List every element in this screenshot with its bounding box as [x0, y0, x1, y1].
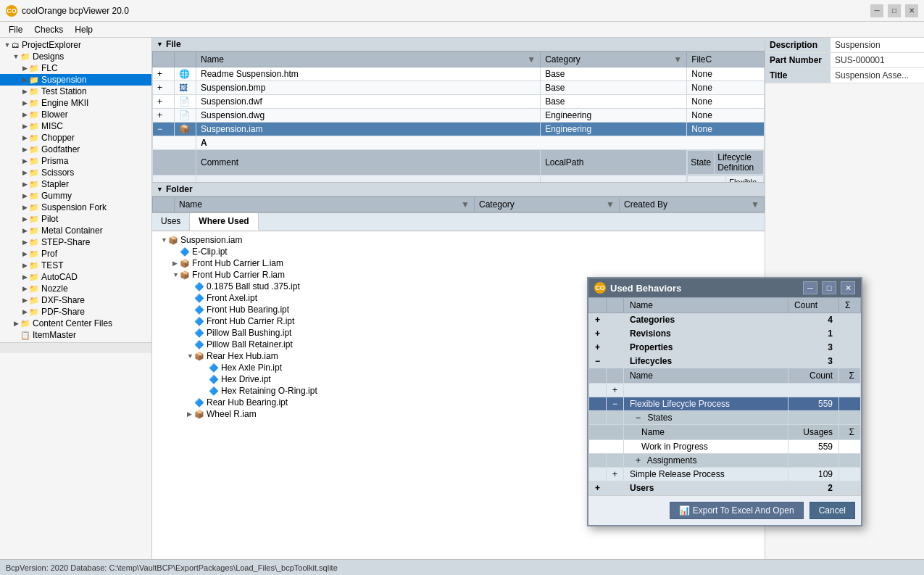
sidebar-item-suspension-fork[interactable]: ▶ 📁 Suspension Fork: [0, 202, 151, 213]
sidebar-item-pdf-share[interactable]: ▶ 📁 PDF-Share: [0, 306, 151, 318]
used-behaviors-dialog[interactable]: CO Used Behaviors ─ □ ✕ Name Count Σ: [587, 277, 862, 526]
maximize-button[interactable]: □: [888, 4, 901, 17]
modal-row-categories[interactable]: + Categories 4: [589, 313, 861, 327]
modal-minimize-button[interactable]: ─: [803, 281, 817, 294]
lc-expand-cell[interactable]: +: [607, 384, 624, 397]
suspension-toggle[interactable]: ▶: [20, 76, 29, 83]
expand-cell[interactable]: +: [589, 341, 607, 355]
folder-table: Name ▼ Category ▼ Created By ▼: [152, 197, 765, 212]
modal-row-lifecycles[interactable]: − Lifecycles 3: [589, 355, 861, 368]
sidebar-item-autocad[interactable]: ▶ 📁 AutoCAD: [0, 271, 151, 283]
sidebar-item-pilot[interactable]: ▶ 📁 Pilot: [0, 213, 151, 225]
file-col-filec[interactable]: FileC: [687, 52, 765, 67]
menu-file[interactable]: File: [3, 23, 28, 36]
blower-toggle[interactable]: ▶: [20, 111, 29, 118]
blower-label: Blower: [41, 109, 68, 120]
states-toggle[interactable]: −: [636, 413, 641, 423]
sidebar-item-test[interactable]: ▶ 📁 TEST: [0, 260, 151, 271]
modal-row-simple-release[interactable]: + Simple Release Process 109: [589, 468, 861, 481]
table-row[interactable]: + 🖼 Suspension.bmp Base None: [153, 81, 765, 95]
modal-row-revisions[interactable]: + Revisions 1: [589, 327, 861, 341]
sidebar-item-flc[interactable]: ▶ 📁 FLC: [0, 62, 151, 74]
root-toggle[interactable]: ▼: [3, 41, 12, 49]
expand-cell[interactable]: +: [589, 313, 607, 327]
wu-node-fhcl[interactable]: ▶ 📦 Front Hub Carrier L.iam: [158, 257, 759, 269]
engine-toggle[interactable]: ▶: [20, 99, 29, 107]
menu-help[interactable]: Help: [69, 23, 99, 36]
flc-toggle[interactable]: ▶: [20, 65, 29, 72]
expand-cell[interactable]: −: [589, 355, 607, 368]
wu-toggle-suspension[interactable]: ▼: [161, 236, 168, 244]
folder-col-category[interactable]: Category ▼: [475, 197, 620, 212]
root-icon: 🗂: [12, 41, 20, 49]
sidebar-item-scissors[interactable]: ▶ 📁 Scissors: [0, 167, 151, 178]
expand-cell[interactable]: −: [153, 123, 175, 136]
modal-close-button[interactable]: ✕: [841, 281, 855, 294]
wu-toggle-wheel-r[interactable]: ▶: [187, 410, 194, 418]
wu-node-eclip[interactable]: 🔷 E-Clip.ipt: [158, 246, 759, 257]
simple-expand-cell[interactable]: +: [607, 468, 624, 481]
modal-row-properties[interactable]: + Properties 3: [589, 341, 861, 355]
sidebar-item-metal-container[interactable]: ▶ 📁 Metal Container: [0, 225, 151, 236]
sidebar-item-suspension[interactable]: ▶ 📁 Suspension: [0, 74, 151, 86]
file-section-toggle[interactable]: ▼: [157, 41, 163, 48]
expand-cell[interactable]: +: [589, 327, 607, 341]
sidebar-item-nozzle[interactable]: ▶ 📁 Nozzle: [0, 283, 151, 294]
wu-toggle-fhcr[interactable]: ▼: [172, 271, 180, 278]
cancel-button[interactable]: Cancel: [809, 502, 855, 519]
item-master-label: ItemMaster: [33, 330, 76, 340]
lifecycle-value-cell: Flexible Lifecycle Pro...: [726, 176, 764, 183]
modal-row-states[interactable]: − States: [589, 411, 861, 425]
table-row[interactable]: + 📄 Suspension.dwf Base None: [153, 95, 765, 109]
modal-maximize-button[interactable]: □: [822, 281, 836, 294]
folder-col-created-by[interactable]: Created By ▼: [620, 197, 765, 212]
table-row[interactable]: + 🌐 Readme Suspension.htm Base None: [153, 67, 765, 81]
sidebar-item-gummy[interactable]: ▶ 📁 Gummy: [0, 190, 151, 202]
modal-row-users[interactable]: + Users 2: [589, 481, 861, 495]
wu-toggle-rhh[interactable]: ▼: [187, 352, 194, 360]
designs-toggle[interactable]: ▼: [12, 53, 20, 60]
sidebar-h-scrollbar[interactable]: [0, 342, 151, 353]
sidebar-item-content-center[interactable]: ▶ 📁 Content Center Files: [0, 318, 151, 329]
assignments-toggle[interactable]: +: [636, 455, 641, 466]
users-expand-cell[interactable]: +: [589, 481, 607, 495]
tab-uses[interactable]: Uses: [152, 213, 190, 231]
folder-section-toggle[interactable]: ▼: [157, 186, 163, 193]
sidebar-item-chopper[interactable]: ▶ 📁 Chopper: [0, 132, 151, 144]
sidebar-item-stapler[interactable]: ▶ 📁 Stapler: [0, 178, 151, 190]
wu-toggle-fhcl[interactable]: ▶: [172, 260, 180, 267]
sidebar-item-engine[interactable]: ▶ 📁 Engine MKII: [0, 97, 151, 109]
export-to-excel-button[interactable]: 📊 Export To Excel And Open: [670, 502, 804, 519]
wu-node-suspension-iam[interactable]: ▼ 📦 Suspension.iam: [158, 234, 759, 246]
states-label: States: [647, 413, 672, 423]
flexible-expand-cell[interactable]: −: [607, 397, 624, 411]
sidebar-item-blower[interactable]: ▶ 📁 Blower: [0, 109, 151, 120]
modal-row-wip[interactable]: Work in Progress 559: [589, 440, 861, 454]
sidebar-item-godfather[interactable]: ▶ 📁 Godfather: [0, 144, 151, 155]
menu-checks[interactable]: Checks: [28, 23, 69, 36]
icon-cell: 📄: [175, 95, 196, 109]
folder-col-name[interactable]: Name ▼: [175, 197, 475, 212]
tab-where-used[interactable]: Where Used: [190, 213, 258, 231]
file-col-category[interactable]: Category ▼: [541, 52, 687, 67]
modal-row-flexible[interactable]: − Flexible Lifecycle Process 559: [589, 397, 861, 411]
test-station-toggle[interactable]: ▶: [20, 88, 29, 95]
sidebar-item-prof[interactable]: ▶ 📁 Prof: [0, 248, 151, 260]
sidebar-root[interactable]: ▼ 🗂 ProjectExplorer: [0, 39, 151, 51]
table-row-selected[interactable]: − 📦 Suspension.iam Engineering None: [153, 123, 765, 136]
modal-row-assignments[interactable]: + Assignments: [589, 454, 861, 468]
table-row[interactable]: + 📄 Suspension.dwg Engineering None: [153, 109, 765, 123]
sidebar-item-designs[interactable]: ▼ 📁 Designs: [0, 51, 151, 62]
sidebar-item-prisma[interactable]: ▶ 📁 Prisma: [0, 155, 151, 167]
sidebar-item-dxf-share[interactable]: ▶ 📁 DXF-Share: [0, 294, 151, 306]
sidebar-item-item-master[interactable]: 📋 ItemMaster: [0, 329, 151, 341]
sidebar-item-misc[interactable]: ▶ 📁 MISC: [0, 120, 151, 132]
minimize-button[interactable]: ─: [870, 4, 883, 17]
sidebar-item-test-station[interactable]: ▶ 📁 Test Station: [0, 86, 151, 97]
modal-lc-expand-row[interactable]: +: [589, 384, 861, 397]
close-button[interactable]: ✕: [905, 4, 918, 17]
step-share-label: STEP-Share: [41, 237, 90, 247]
revision-row: A: [153, 136, 765, 150]
sidebar-item-step-share[interactable]: ▶ 📁 STEP-Share: [0, 236, 151, 248]
file-col-name[interactable]: Name ▼: [196, 52, 541, 67]
